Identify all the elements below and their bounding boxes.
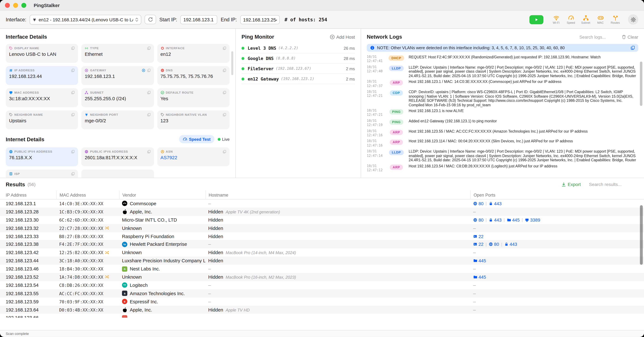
result-row[interactable]: 192.168.123.33B8:27:EB:XX:XX:XXRaspberry… [0, 232, 644, 240]
log-entry: 10/3112:47:37ARPHost 192.168.123.1 / MAC… [367, 80, 638, 88]
log-entry: 10/3112:47:14LLDPLLDP: Device: Upstairs … [367, 149, 638, 162]
toolbar-speed-button[interactable]: Speed [565, 15, 577, 24]
cell-hostname: HiddenMacBook Pro (14-inch, M4 Max, 2024… [205, 250, 470, 255]
cell-vendor: Unknown [119, 275, 205, 280]
toolbar-routes-button[interactable]: Routes [609, 15, 622, 24]
copy-icon[interactable] [71, 69, 75, 72]
port-link[interactable]: 22 [473, 242, 484, 247]
port-link[interactable]: 3389 [525, 217, 540, 222]
zoom-window-button[interactable] [21, 3, 26, 8]
vendor-icon [122, 315, 127, 318]
copy-icon[interactable] [71, 46, 75, 50]
result-row[interactable]: 192.168.123.4618:B4:30:XX:XX:XXnNest Lab… [0, 265, 644, 273]
start-scan-button[interactable] [530, 15, 544, 24]
ping-host-row[interactable]: Google DNS(8.8.8.8)28 ms [242, 53, 355, 64]
scrollbar[interactable] [640, 61, 642, 106]
interface-select[interactable]: en12 - 192.168.123.44/24 (Lenovo USB-C t… [30, 14, 141, 24]
vendor-name: Nest Labs Inc. [130, 267, 160, 272]
vendor-icon: a [122, 291, 127, 296]
start-ip-input[interactable] [180, 15, 218, 24]
result-row[interactable]: 192.168.123.443C:18:A0:XX:XX:XXLuxshare … [0, 257, 644, 265]
copy-icon[interactable] [71, 172, 75, 176]
result-row[interactable]: 192.168.123.54C8:DB:26:XX:XX:XXlogiLogit… [0, 281, 644, 289]
copy-icon[interactable] [222, 91, 226, 94]
copy-icon[interactable] [222, 113, 226, 117]
scan-gateway-icon[interactable] [142, 69, 145, 72]
scrollbar[interactable] [640, 205, 643, 265]
copy-icon[interactable] [147, 113, 151, 117]
add-host-button[interactable]: Add Host [330, 34, 355, 39]
speed-test-button[interactable]: Speed Test [179, 135, 214, 143]
ping-latency: 28 ms [344, 56, 355, 60]
result-row[interactable]: 192.168.123.4212:25:82:XX:XX:XXUnknownHi… [0, 249, 644, 257]
export-button[interactable]: Export [562, 182, 581, 187]
result-row[interactable]: 192.168.123.55AC:CC:FC:XX:XX:XXaAmazon T… [0, 289, 644, 297]
clear-logs-button[interactable]: Clear [622, 34, 638, 39]
copy-icon[interactable] [222, 46, 226, 50]
cell-hostname: – [205, 283, 470, 288]
info-card: TYPEEthernet [82, 44, 154, 63]
copy-icon[interactable] [71, 91, 75, 94]
result-row[interactable]: 192.168.123.306C:62:6D:XX:XX:XXMicro-Sta… [0, 216, 644, 224]
copy-icon[interactable] [71, 113, 75, 117]
export-icon [562, 182, 566, 186]
log-timestamp: 10/3112:47:21 [367, 90, 384, 107]
copy-icon[interactable] [630, 45, 635, 50]
copy-icon[interactable] [71, 150, 75, 153]
close-window-button[interactable] [5, 3, 10, 8]
card-label: ISP [14, 172, 20, 176]
result-row[interactable]: 192.168.123.521A:74:D8:XX:XX:XXUnknownHi… [0, 273, 644, 281]
port-link[interactable]: 80 [489, 242, 499, 247]
toolbar-mac-button[interactable]: MAC [594, 15, 606, 24]
copy-icon[interactable] [147, 69, 151, 72]
port-link[interactable]: 445 [473, 258, 486, 263]
port-link[interactable]: 443 [489, 201, 502, 206]
port-link[interactable]: 80 [473, 201, 484, 206]
card-label: PUBLIC IPV6 ADDRESS [90, 150, 128, 153]
toolbar-wifi-button[interactable]: Wi-Fi [550, 15, 562, 24]
mac-text: 1C:B3:C9:XX:XX:XX [59, 209, 103, 214]
hostname-text: Hidden [208, 234, 223, 239]
ping-host-row[interactable]: Level 3 DNS(4.2.2.2)26 ms [242, 43, 355, 53]
subnet-icon [582, 15, 589, 21]
hostname-text: Hidden [208, 217, 223, 222]
info-card [82, 169, 154, 178]
port-link[interactable]: 445 [473, 275, 486, 280]
port-link[interactable]: 443 [489, 217, 502, 222]
settings-button[interactable] [628, 14, 638, 25]
scrollbar[interactable] [231, 51, 233, 75]
result-row[interactable]: 192.168.123.38F4:2E:7F:XX:XX:XXhpHewlett… [0, 240, 644, 249]
copy-icon[interactable] [147, 150, 151, 153]
port-link[interactable]: 445 [507, 217, 520, 222]
ping-host-row[interactable]: FileServer(192.168.123.67)2 ms [242, 64, 355, 74]
copy-icon[interactable] [222, 69, 226, 72]
result-row[interactable]: 192.168.123.5970:03:9F:XX:XX:XXeEspressi… [0, 297, 644, 306]
copy-icon[interactable] [147, 91, 151, 94]
results-search-input[interactable] [589, 182, 638, 187]
cell-ip: 192.168.123.64 [6, 307, 56, 312]
cell-ports: – [470, 267, 644, 272]
copy-icon[interactable] [222, 150, 226, 153]
result-row[interactable]: 192.168.123.114:C0:3E:XX:XX:XXCommscope–… [0, 199, 644, 208]
copy-icon[interactable] [147, 46, 151, 50]
minimize-window-button[interactable] [13, 3, 18, 8]
randomized-mac-icon [105, 251, 110, 254]
port-link[interactable]: 80 [473, 217, 484, 222]
logs-search-input[interactable] [579, 34, 616, 39]
label: Speed Test [189, 137, 211, 141]
ping-host-row[interactable]: en12 Gateway(192.168.123.1)2 ms [242, 74, 355, 84]
result-row[interactable]: 192.168.123.3222:C7:28:XX:XX:XXUnknownHi… [0, 224, 644, 232]
refresh-button[interactable] [144, 15, 156, 24]
lock-icon [504, 242, 508, 246]
toolbar-subnet-button[interactable]: Subnet [580, 15, 592, 24]
port-link[interactable]: 22 [473, 234, 484, 239]
end-ip-input[interactable] [240, 15, 280, 24]
device-model: MacBook Pro (16-inch, M2 Max, 2023) [226, 275, 296, 280]
result-row[interactable]: 192.168.123.281C:B3:C9:XX:XX:XXApple, In… [0, 208, 644, 216]
result-row[interactable]: 192.168.123.66 [0, 314, 644, 318]
card-value: 255.255.255.0 (/24) [85, 96, 150, 101]
tag-icon [9, 46, 13, 50]
port-link[interactable]: 443 [504, 242, 517, 247]
result-row[interactable]: 192.168.123.64D0:03:4B:XX:XX:XXApple, In… [0, 306, 644, 314]
top-panels: Interface Details DISPLAY NAMELenovo USB… [0, 29, 644, 178]
